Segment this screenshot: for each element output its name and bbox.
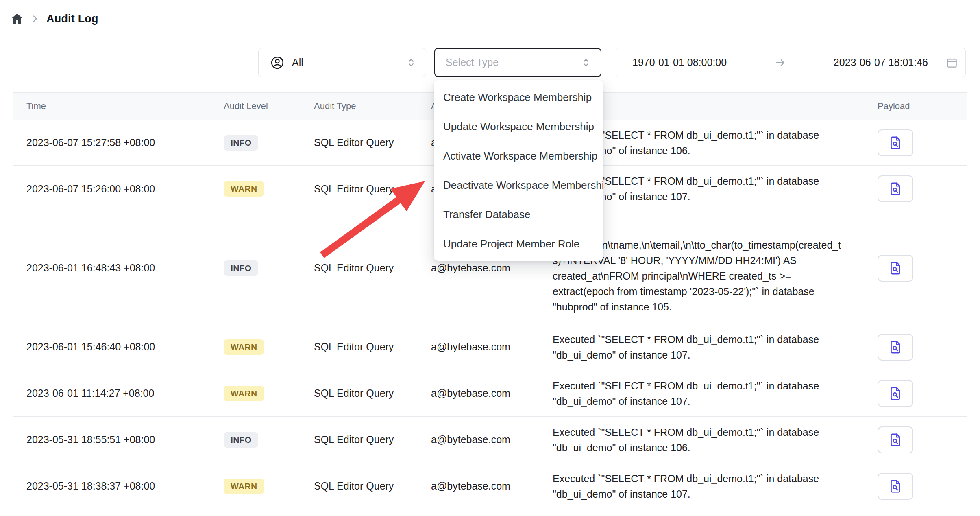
payload-button[interactable] bbox=[878, 426, 913, 453]
actor-select-value: All bbox=[292, 57, 405, 68]
cell-time: 2023-06-01 11:14:27 +08:00 bbox=[13, 387, 210, 399]
file-search-icon bbox=[888, 136, 903, 150]
file-search-icon bbox=[888, 386, 903, 401]
cell-time: 2023-05-31 18:55:51 +08:00 bbox=[13, 434, 210, 446]
col-header-time: Time bbox=[13, 101, 210, 112]
calendar-icon bbox=[946, 57, 958, 69]
file-search-icon bbox=[888, 433, 903, 447]
file-search-icon bbox=[888, 340, 903, 354]
cell-actor: a@bytebase.com bbox=[417, 434, 539, 446]
cell-actor: a@bytebase.com bbox=[417, 341, 539, 353]
payload-button[interactable] bbox=[878, 380, 913, 407]
table-row: 2023-05-31 18:38:37 +08:00 WARN SQL Edit… bbox=[13, 463, 967, 509]
file-search-icon bbox=[888, 261, 903, 275]
cell-audit-type: SQL Editor Query bbox=[300, 434, 417, 446]
dropdown-option[interactable]: Transfer Database bbox=[434, 200, 603, 229]
select-arrows-icon bbox=[580, 57, 592, 68]
payload-button[interactable] bbox=[878, 334, 913, 361]
payload-button[interactable] bbox=[878, 473, 913, 500]
audit-level-badge: INFO bbox=[224, 260, 258, 276]
cell-time: 2023-05-31 18:38:37 +08:00 bbox=[13, 480, 210, 492]
file-search-icon bbox=[888, 479, 903, 494]
table-row: 2023-06-01 15:46:40 +08:00 WARN SQL Edit… bbox=[13, 324, 967, 370]
dropdown-option[interactable]: Create Workspace Membership bbox=[434, 83, 603, 112]
cell-comment: Executed `"SELECT * FROM db_ui_demo.t1;"… bbox=[539, 332, 864, 363]
file-search-icon bbox=[888, 181, 903, 196]
cell-audit-type: SQL Editor Query bbox=[300, 183, 417, 195]
audit-type-select-placeholder: Select Type bbox=[446, 57, 580, 68]
breadcrumb: Audit Log bbox=[11, 12, 98, 25]
payload-button[interactable] bbox=[878, 129, 913, 156]
cell-audit-type: SQL Editor Query bbox=[300, 341, 417, 353]
cell-comment: Executed `"SELECT * FROM db_ui_demo.t1;"… bbox=[539, 424, 864, 455]
audit-type-dropdown-menu: Create Workspace Membership Update Works… bbox=[434, 80, 603, 261]
audit-level-badge: WARN bbox=[224, 479, 264, 494]
audit-level-badge: WARN bbox=[224, 339, 264, 355]
cell-audit-type: SQL Editor Query bbox=[300, 387, 417, 399]
cell-actor: a@bytebase.com bbox=[417, 262, 539, 274]
table-row: 2023-05-31 18:55:51 +08:00 INFO SQL Edit… bbox=[13, 417, 967, 463]
table-row: 2023-06-01 11:14:27 +08:00 WARN SQL Edit… bbox=[13, 370, 967, 417]
filter-bar: All Select Type 1970-01-01 08:00:00 2023… bbox=[258, 48, 966, 77]
date-range-picker[interactable]: 1970-01-01 08:00:00 2023-06-07 18:01:46 bbox=[616, 48, 966, 77]
audit-level-badge: INFO bbox=[224, 135, 258, 151]
dropdown-option[interactable]: Update Workspace Membership bbox=[434, 112, 603, 141]
payload-button[interactable] bbox=[878, 175, 913, 202]
cell-time: 2023-06-07 15:26:00 +08:00 bbox=[13, 183, 210, 195]
cell-audit-type: SQL Editor Query bbox=[300, 262, 417, 274]
audit-level-badge: WARN bbox=[224, 386, 264, 401]
payload-button[interactable] bbox=[878, 255, 913, 282]
dropdown-option[interactable]: Deactivate Workspace Membership bbox=[434, 171, 603, 200]
audit-type-select[interactable]: Select Type bbox=[434, 48, 601, 77]
cell-audit-type: SQL Editor Query bbox=[300, 480, 417, 492]
col-header-payload: Payload bbox=[864, 101, 967, 112]
col-header-audit-level: Audit Level bbox=[210, 101, 300, 112]
audit-level-badge: WARN bbox=[224, 181, 264, 197]
home-icon[interactable] bbox=[11, 12, 24, 25]
date-range-arrow-icon bbox=[727, 57, 834, 69]
cell-time: 2023-06-01 15:46:40 +08:00 bbox=[13, 341, 210, 353]
date-range-end[interactable]: 2023-06-07 18:01:46 bbox=[834, 57, 928, 68]
cell-actor: a@bytebase.com bbox=[417, 387, 539, 399]
cell-comment: Executed `"SELECT * FROM db_ui_demo.t1;"… bbox=[539, 378, 864, 409]
cell-time: 2023-06-07 15:27:58 +08:00 bbox=[13, 137, 210, 149]
cell-actor: a@bytebase.com bbox=[417, 480, 539, 492]
dropdown-option[interactable]: Activate Workspace Membership bbox=[434, 141, 603, 171]
page-title: Audit Log bbox=[46, 13, 98, 25]
chevron-right-icon bbox=[30, 14, 40, 24]
col-header-audit-type: Audit Type bbox=[300, 101, 417, 112]
cell-audit-type: SQL Editor Query bbox=[300, 137, 417, 149]
user-icon bbox=[270, 55, 285, 70]
audit-level-badge: INFO bbox=[224, 432, 258, 448]
date-range-start[interactable]: 1970-01-01 08:00:00 bbox=[632, 57, 727, 68]
select-arrows-icon bbox=[405, 57, 417, 68]
actor-select[interactable]: All bbox=[258, 48, 426, 77]
dropdown-option[interactable]: Update Project Member Role bbox=[434, 229, 603, 258]
cell-time: 2023-06-01 16:48:43 +08:00 bbox=[13, 262, 210, 274]
cell-comment: Executed `"SELECT * FROM db_ui_demo.t1;"… bbox=[539, 471, 864, 502]
